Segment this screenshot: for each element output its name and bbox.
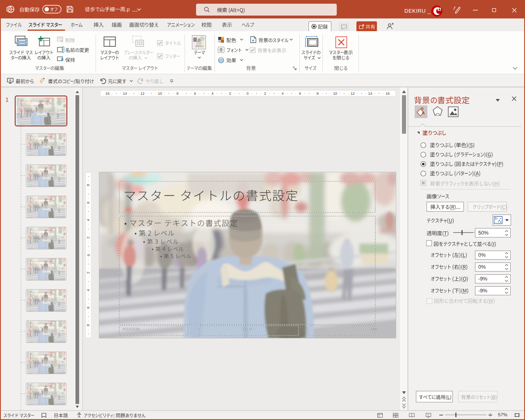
svg-text:8: 8: [317, 91, 319, 96]
svg-text:12: 12: [351, 91, 355, 96]
svg-text:2: 2: [87, 237, 91, 239]
svg-text:2: 2: [229, 91, 231, 96]
svg-text:6: 6: [87, 307, 91, 309]
svg-text:0: 0: [247, 91, 249, 96]
svg-text:4: 4: [87, 219, 91, 221]
svg-text:16: 16: [105, 91, 110, 96]
svg-text:8: 8: [87, 184, 91, 186]
svg-text:6: 6: [299, 91, 301, 96]
svg-text:10: 10: [158, 91, 162, 96]
svg-text:16: 16: [386, 91, 390, 96]
svg-text:4: 4: [281, 91, 283, 96]
svg-text:8: 8: [87, 324, 91, 326]
svg-text:8: 8: [176, 91, 178, 96]
svg-text:4: 4: [87, 289, 91, 291]
svg-text:0: 0: [87, 254, 91, 256]
svg-text:6: 6: [194, 91, 196, 96]
svg-text:10: 10: [333, 91, 337, 96]
svg-text:6: 6: [87, 201, 91, 203]
svg-text:2: 2: [87, 272, 91, 274]
svg-text:P: P: [8, 7, 10, 11]
svg-text:2: 2: [264, 91, 266, 96]
svg-text:14: 14: [123, 91, 127, 96]
svg-text:4: 4: [212, 91, 214, 96]
svg-text:14: 14: [368, 91, 372, 96]
svg-text:12: 12: [140, 91, 144, 96]
